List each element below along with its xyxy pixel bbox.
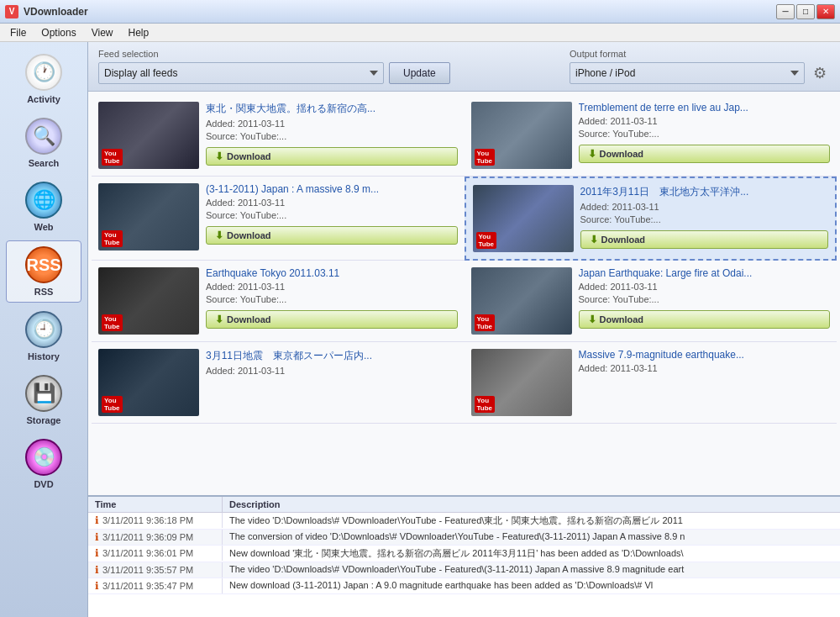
youtube-badge: YouTube	[476, 232, 497, 249]
youtube-badge: YouTube	[475, 396, 496, 413]
video-info: 2011年3月11日 東北地方太平洋沖... Added: 2011-03-11…	[580, 185, 829, 249]
title-bar: V VDownloader ─ □ ✕	[0, 0, 840, 24]
rss-icon: RSS	[25, 246, 62, 283]
download-button[interactable]: ⬇ Download	[206, 147, 458, 166]
youtube-badge: YouTube	[475, 314, 496, 331]
feed-controls: Display all feeds YouTube Featured YouTu…	[98, 62, 450, 84]
download-icon: ⬇	[588, 314, 596, 325]
log-desc: The video 'D:\Downloads\# VDownloader\Yo…	[223, 513, 840, 529]
list-item[interactable]: YouTube Tremblement de terre en live au …	[465, 95, 837, 177]
list-item[interactable]: YouTube Earthquake Tokyo 2011.03.11 Adde…	[92, 261, 465, 342]
video-source: Source: YouTube:...	[579, 294, 831, 304]
sidebar-item-history[interactable]: 🕘 History	[6, 306, 81, 367]
sidebar-item-rss[interactable]: RSS RSS	[6, 240, 81, 303]
video-info: Tremblement de terre en live au Jap... A…	[579, 102, 831, 163]
title-bar-left: V VDownloader	[5, 5, 88, 18]
output-select[interactable]: iPhone / iPod MP4 AVI MP3	[570, 62, 805, 84]
log-time: ℹ3/11/2011 9:36:09 PM	[88, 530, 223, 545]
video-thumbnail: YouTube	[471, 102, 572, 169]
log-desc: New download (3-11-2011) Japan : A 9.0 m…	[223, 578, 840, 592]
list-item[interactable]: YouTube Massive 7.9-magnitude earthquake…	[465, 342, 837, 424]
log-col-desc: Description	[223, 497, 840, 512]
menu-bar: File Options View Help	[0, 24, 840, 42]
download-icon: ⬇	[590, 234, 598, 245]
log-desc: The video 'D:\Downloads\# VDownloader\Yo…	[223, 562, 840, 576]
video-source: Source: YouTube:...	[206, 210, 458, 220]
video-thumbnail: YouTube	[98, 102, 199, 169]
menu-view[interactable]: View	[85, 25, 120, 40]
video-title: Massive 7.9-magnitude earthquake...	[579, 349, 764, 361]
log-info-icon: ℹ	[95, 547, 99, 559]
settings-icon[interactable]: ⚙	[810, 63, 830, 83]
sidebar: 🕐 Activity 🔍 Search 🌐 Web RSS RSS 🕘 Hist…	[0, 42, 88, 617]
download-button[interactable]: ⬇ Download	[579, 310, 831, 329]
download-label: Download	[227, 230, 271, 240]
update-button[interactable]: Update	[389, 62, 450, 84]
table-row: ℹ3/11/2011 9:35:57 PM The video 'D:\Down…	[88, 562, 840, 578]
sidebar-item-dvd[interactable]: 💿 DVD	[6, 434, 81, 494]
menu-help[interactable]: Help	[122, 25, 156, 40]
video-grid-container[interactable]: YouTube 東北・関東大地震。揺れる新宿の高... Added: 2011-…	[88, 92, 840, 495]
storage-icon: 💾	[25, 375, 62, 412]
list-item[interactable]: YouTube 2011年3月11日 東北地方太平洋沖... Added: 20…	[465, 177, 837, 261]
sidebar-label-search: Search	[29, 158, 60, 168]
log-time: ℹ3/11/2011 9:35:47 PM	[88, 578, 223, 593]
top-bar: Feed selection Display all feeds YouTube…	[88, 42, 840, 92]
list-item[interactable]: YouTube 東北・関東大地震。揺れる新宿の高... Added: 2011-…	[92, 95, 465, 177]
sidebar-label-web: Web	[34, 222, 53, 232]
window-controls: ─ □ ✕	[776, 4, 835, 19]
list-item[interactable]: YouTube Japan Earthquake: Large fire at …	[465, 261, 837, 342]
sidebar-item-activity[interactable]: 🕐 Activity	[6, 49, 81, 109]
download-button[interactable]: ⬇ Download	[580, 230, 829, 249]
table-row: ℹ3/11/2011 9:36:09 PM The conversion of …	[88, 530, 840, 546]
list-item[interactable]: YouTube 3月11日地震 東京都スーパー店内... Added: 2011…	[92, 342, 465, 424]
log-col-time: Time	[88, 497, 223, 512]
sidebar-item-storage[interactable]: 💾 Storage	[6, 370, 81, 430]
close-button[interactable]: ✕	[816, 4, 835, 19]
video-title: Japan Earthquake: Large fire at Odai...	[579, 267, 764, 279]
youtube-badge: YouTube	[475, 149, 496, 166]
video-info: Japan Earthquake: Large fire at Odai... …	[579, 267, 831, 329]
video-title: Earthquake Tokyo 2011.03.11	[206, 267, 391, 279]
output-section: Output format iPhone / iPod MP4 AVI MP3 …	[570, 49, 830, 84]
video-added: Added: 2011-03-11	[206, 282, 458, 292]
video-source: Source: YouTube:...	[206, 294, 458, 304]
log-desc: The conversion of video 'D:\Downloads\# …	[223, 530, 840, 543]
log-info-icon: ℹ	[95, 580, 99, 592]
output-format-label: Output format	[570, 49, 830, 59]
minimize-button[interactable]: ─	[776, 4, 795, 19]
sidebar-item-search[interactable]: 🔍 Search	[6, 113, 81, 173]
video-added: Added: 2011-03-11	[579, 282, 831, 292]
video-added: Added: 2011-03-11	[206, 198, 458, 208]
download-button[interactable]: ⬇ Download	[579, 145, 831, 163]
download-button[interactable]: ⬇ Download	[206, 310, 458, 329]
feed-section: Feed selection Display all feeds YouTube…	[98, 49, 450, 84]
log-header: Time Description	[88, 497, 840, 513]
download-label: Download	[600, 149, 644, 159]
dvd-icon: 💿	[25, 439, 62, 476]
download-button[interactable]: ⬇ Download	[206, 226, 458, 245]
main-container: 🕐 Activity 🔍 Search 🌐 Web RSS RSS 🕘 Hist…	[0, 42, 840, 617]
sidebar-item-web[interactable]: 🌐 Web	[6, 177, 81, 237]
menu-options[interactable]: Options	[34, 25, 82, 40]
sidebar-label-history: History	[28, 351, 60, 361]
feed-select[interactable]: Display all feeds YouTube Featured YouTu…	[98, 62, 384, 84]
video-title: 2011年3月11日 東北地方太平洋沖...	[580, 185, 765, 199]
download-label: Download	[227, 314, 271, 324]
download-label: Download	[600, 314, 644, 324]
log-info-icon: ℹ	[95, 514, 99, 526]
menu-file[interactable]: File	[3, 25, 33, 40]
maximize-button[interactable]: □	[796, 4, 815, 19]
video-thumbnail: YouTube	[98, 267, 199, 335]
video-title: Tremblement de terre en live au Jap...	[579, 102, 764, 113]
video-added: Added: 2011-03-11	[579, 363, 831, 373]
video-info: 東北・関東大地震。揺れる新宿の高... Added: 2011-03-11 So…	[206, 102, 458, 166]
history-icon: 🕘	[25, 311, 62, 348]
table-row: ℹ3/11/2011 9:36:18 PM The video 'D:\Down…	[88, 513, 840, 530]
sidebar-label-storage: Storage	[27, 415, 61, 425]
download-icon: ⬇	[588, 148, 596, 160]
search-icon: 🔍	[25, 118, 62, 155]
log-body[interactable]: ℹ3/11/2011 9:36:18 PM The video 'D:\Down…	[88, 513, 840, 617]
video-thumbnail: YouTube	[471, 349, 572, 416]
list-item[interactable]: YouTube (3-11-2011) Japan : A massive 8.…	[92, 177, 465, 261]
